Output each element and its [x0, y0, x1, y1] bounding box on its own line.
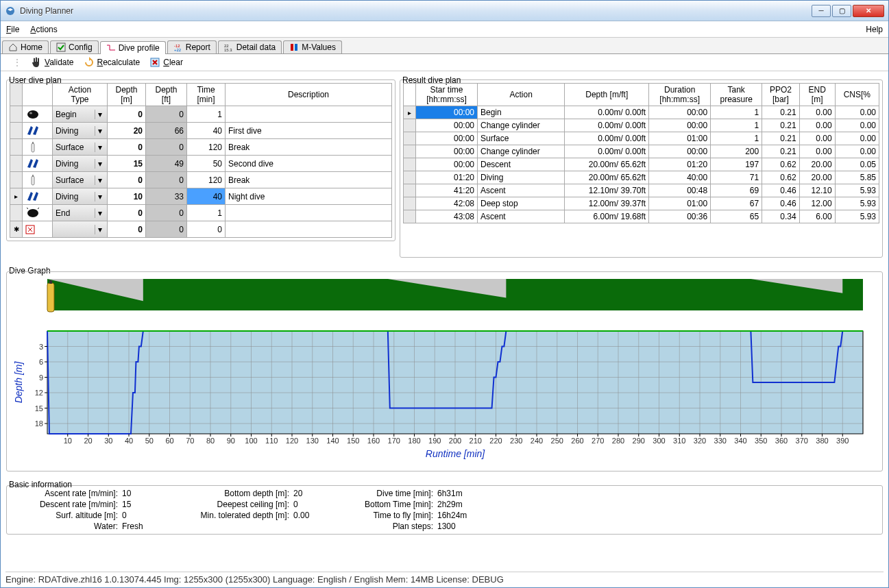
col-depth-m: Depth[m] [108, 84, 146, 106]
table-row[interactable]: Diving▾206640First dive [10, 123, 392, 139]
water-label: Water: [12, 522, 122, 531]
action-type-select[interactable]: Surface▾ [53, 139, 107, 155]
row-icon [23, 172, 53, 188]
depth-ft-cell[interactable]: 49 [146, 156, 187, 172]
action-type-select[interactable]: Begin▾ [53, 106, 107, 122]
depth-m-cell[interactable]: 20 [108, 123, 146, 139]
time-cell[interactable]: 0 [187, 221, 226, 238]
depth-ft-cell[interactable]: 0 [146, 106, 187, 123]
svg-text:110: 110 [265, 437, 278, 445]
close-button[interactable]: ✕ [853, 5, 884, 17]
description-cell[interactable]: First dive [226, 123, 392, 139]
table-row[interactable]: Begin▾001 [10, 106, 392, 123]
table-row[interactable]: 00:00Descent20.00m/ 65.62ft01:201970.622… [404, 158, 879, 171]
result-plan-table[interactable]: Star time[hh:mm:ss] Action Depth [m/ft] … [403, 83, 879, 223]
time-cell[interactable]: 40 [187, 188, 226, 205]
menu-help[interactable]: Help [866, 25, 883, 34]
col-action-type: ActionType [53, 84, 108, 106]
svg-text:30: 30 [104, 437, 112, 445]
action-type-select[interactable]: Diving▾ [53, 156, 107, 171]
table-row[interactable]: Surface▾00120Break [10, 139, 392, 156]
action-type-select[interactable]: End▾ [53, 205, 107, 221]
clear-button[interactable]: Clear [149, 57, 183, 68]
user-plan-table[interactable]: ActionType Depth[m] Depth[ft] Time[min] … [10, 83, 392, 238]
action-type-select[interactable]: ▾ [53, 221, 107, 237]
depth-m-cell[interactable]: 0 [108, 172, 146, 188]
descent-rate-label: Descent rate [m/min]: [12, 500, 122, 509]
basic-info-title: Basic information [9, 480, 886, 489]
table-row[interactable]: End▾001 [10, 205, 392, 221]
svg-text:50: 50 [145, 437, 154, 445]
action-type-select[interactable]: Surface▾ [53, 172, 107, 188]
clear-icon [149, 57, 160, 68]
maximize-button[interactable]: ▢ [832, 5, 851, 17]
svg-text:390: 390 [836, 437, 849, 445]
description-cell[interactable]: Second dive [226, 156, 392, 172]
dive-time-label: Dive time [min]: [328, 489, 437, 498]
depth-m-cell[interactable]: 0 [108, 139, 146, 156]
table-row[interactable]: 42:08Deep stop12.00m/ 39.37ft01:00670.46… [404, 197, 879, 210]
depth-m-cell[interactable]: 15 [108, 156, 146, 172]
time-cell[interactable]: 120 [187, 139, 226, 156]
depth-ft-cell[interactable]: 0 [146, 172, 187, 188]
depth-ft-cell[interactable]: 33 [146, 188, 187, 205]
time-cell[interactable]: 50 [187, 156, 226, 172]
svg-text:15: 15 [35, 404, 43, 413]
description-cell[interactable] [226, 221, 392, 238]
depth-m-cell[interactable]: 0 [108, 106, 146, 123]
depth-ft-cell[interactable]: 0 [146, 139, 187, 156]
table-row[interactable]: 00:00Surface0.00m/ 0.00ft01:0010.210.000… [404, 132, 879, 145]
time-cell[interactable]: 1 [187, 205, 226, 221]
minimize-button[interactable]: ─ [812, 5, 831, 17]
tab-detail-data[interactable]: 2215.3Detail data [218, 40, 282, 53]
validate-button[interactable]: Validate [31, 57, 74, 68]
svg-rect-7 [295, 44, 297, 51]
result-table-scroll[interactable]: Star time[hh:mm:ss] Action Depth [m/ft] … [403, 83, 879, 254]
tab-m-values[interactable]: M-Values [283, 40, 342, 53]
description-cell[interactable] [226, 205, 392, 221]
time-cell[interactable]: 40 [187, 123, 226, 139]
row-icon [23, 123, 53, 139]
table-row[interactable]: ▸00:00Begin0.00m/ 0.00ft00:0010.210.000.… [404, 106, 879, 119]
menu-actions[interactable]: Actions [30, 25, 57, 34]
depth-ft-cell[interactable]: 0 [146, 205, 187, 221]
recalculate-button[interactable]: Recalculate [84, 57, 141, 68]
svg-text:90: 90 [227, 437, 235, 445]
user-dive-plan-group: User dive plan ActionType Depth[m] Depth… [6, 71, 395, 258]
depth-m-cell[interactable]: 0 [108, 221, 146, 238]
description-cell[interactable] [226, 106, 392, 123]
table-row[interactable]: 43:08Ascent6.00m/ 19.68ft00:36650.346.00… [404, 210, 879, 223]
time-cell[interactable]: 1 [187, 106, 226, 123]
table-row[interactable]: 01:20Diving20.00m/ 65.62ft40:00710.6220.… [404, 171, 879, 184]
table-row[interactable]: 00:00Change cylinder0.00m/ 0.00ft00:0020… [404, 145, 879, 158]
time-cell[interactable]: 120 [187, 172, 226, 188]
col-duration: Duration[hh:mm:ss] [649, 84, 711, 106]
table-row[interactable]: Diving▾154950Second dive [10, 156, 392, 172]
action-type-select[interactable]: Diving▾ [53, 123, 107, 138]
col-time: Time[min] [187, 84, 226, 106]
action-type-select[interactable]: Diving▾ [53, 188, 107, 204]
svg-text:60: 60 [165, 437, 173, 445]
table-row[interactable]: 00:00Change cylinder0.00m/ 0.00ft00:0010… [404, 119, 879, 132]
table-row[interactable]: ▸Diving▾103340Night dive [10, 188, 392, 205]
tab-report[interactable]: -12+22Report [167, 40, 217, 53]
depth-m-cell[interactable]: 10 [108, 188, 146, 205]
svg-text:40: 40 [125, 437, 133, 445]
table-row[interactable]: Surface▾00120Break [10, 172, 392, 188]
description-cell[interactable]: Break [226, 172, 392, 188]
tab-home[interactable]: Home [2, 40, 49, 53]
table-row[interactable]: 41:20Ascent12.10m/ 39.70ft00:48690.4612.… [404, 184, 879, 197]
svg-rect-6 [291, 44, 293, 51]
depth-ft-cell[interactable]: 66 [146, 123, 187, 139]
plan-steps-label: Plan steps: [328, 522, 437, 531]
svg-text:+22: +22 [174, 48, 182, 52]
menu-file[interactable]: File [6, 25, 19, 34]
description-cell[interactable]: Break [226, 139, 392, 156]
description-cell[interactable]: Night dive [226, 188, 392, 205]
depth-m-cell[interactable]: 0 [108, 205, 146, 221]
table-row[interactable]: ✱▾000 [10, 221, 392, 238]
tab-dive-profile[interactable]: Dive profile [100, 41, 166, 54]
tab-config[interactable]: Config [50, 40, 99, 53]
altitude-label: Surf. altitude [m]: [12, 511, 122, 520]
depth-ft-cell[interactable]: 0 [146, 221, 187, 238]
